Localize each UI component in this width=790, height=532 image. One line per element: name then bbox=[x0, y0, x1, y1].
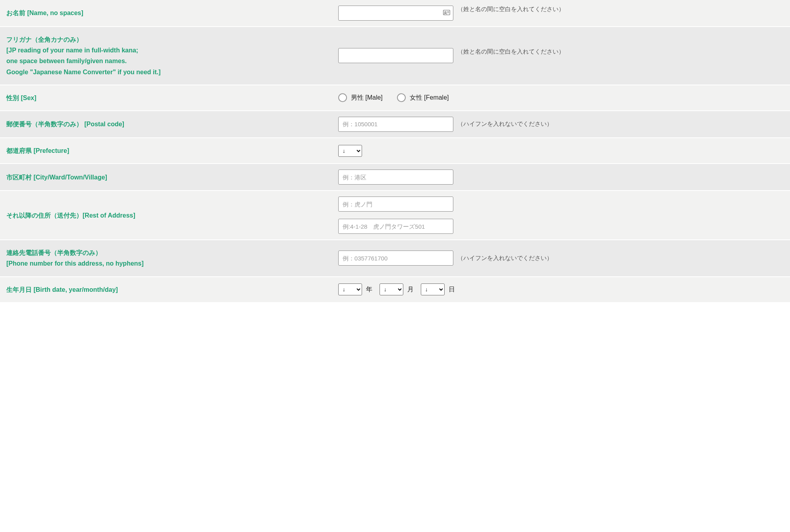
registration-form: お名前 [Name, no spaces] （姓と名の間に空白を入れてください）… bbox=[0, 0, 790, 303]
row-postal: 郵便番号（半角数字のみ） [Postal code] （ハイフンを入れないでくだ… bbox=[0, 111, 790, 138]
birth-day-select[interactable]: ↓ bbox=[421, 283, 445, 295]
field-prefecture: ↓ bbox=[332, 139, 790, 162]
row-furigana: フリガナ（全角カナのみ） [JP reading of your name in… bbox=[0, 27, 790, 85]
furigana-hint: （姓と名の間に空白を入れてください） bbox=[457, 48, 565, 56]
address-line2-input[interactable] bbox=[338, 219, 453, 234]
field-sex: 男性 [Male] 女性 [Female] bbox=[332, 88, 790, 108]
label-postal: 郵便番号（半角数字のみ） [Postal code] bbox=[0, 112, 332, 137]
field-birthdate: ↓ 年 ↓ 月 ↓ 日 bbox=[332, 278, 790, 301]
label-name: お名前 [Name, no spaces] bbox=[0, 0, 332, 25]
birth-year-select[interactable]: ↓ bbox=[338, 283, 362, 295]
furigana-input[interactable] bbox=[338, 48, 453, 63]
radio-male-label: 男性 [Male] bbox=[351, 94, 383, 102]
radio-female[interactable] bbox=[397, 93, 406, 102]
name-input[interactable] bbox=[338, 6, 453, 21]
field-name: （姓と名の間に空白を入れてください） bbox=[332, 0, 790, 26]
row-city: 市区町村 [City/Ward/Town/Village] bbox=[0, 164, 790, 191]
label-prefecture: 都道府県 [Prefecture] bbox=[0, 138, 332, 163]
address-line1-input[interactable] bbox=[338, 197, 453, 212]
birth-month-select[interactable]: ↓ bbox=[380, 283, 403, 295]
prefecture-select[interactable]: ↓ bbox=[338, 145, 362, 157]
label-rest-address: それ以降の住所（送付先）[Rest of Address] bbox=[0, 203, 332, 228]
phone-input[interactable] bbox=[338, 251, 453, 266]
row-name: お名前 [Name, no spaces] （姓と名の間に空白を入れてください） bbox=[0, 0, 790, 27]
year-suffix: 年 bbox=[366, 285, 372, 294]
radio-male[interactable] bbox=[338, 93, 347, 102]
row-birthdate: 生年月日 [Birth date, year/month/day] ↓ 年 ↓ … bbox=[0, 277, 790, 303]
label-phone: 連絡先電話番号（半角数字のみ） [Phone number for this a… bbox=[0, 240, 332, 276]
contact-card-icon bbox=[443, 10, 450, 17]
phone-hint: （ハイフンを入れないでください） bbox=[457, 254, 553, 262]
row-phone: 連絡先電話番号（半角数字のみ） [Phone number for this a… bbox=[0, 240, 790, 277]
label-birthdate: 生年月日 [Birth date, year/month/day] bbox=[0, 277, 332, 302]
postal-input[interactable] bbox=[338, 117, 453, 132]
row-prefecture: 都道府県 [Prefecture] ↓ bbox=[0, 138, 790, 164]
postal-hint: （ハイフンを入れないでください） bbox=[457, 120, 553, 128]
svg-point-1 bbox=[445, 12, 446, 13]
field-rest-address bbox=[332, 191, 790, 239]
label-sex: 性別 [Sex] bbox=[0, 85, 332, 110]
row-rest-address: それ以降の住所（送付先）[Rest of Address] bbox=[0, 191, 790, 240]
field-postal: （ハイフンを入れないでください） bbox=[332, 111, 790, 137]
label-city: 市区町村 [City/Ward/Town/Village] bbox=[0, 165, 332, 190]
name-hint: （姓と名の間に空白を入れてください） bbox=[457, 6, 565, 13]
row-sex: 性別 [Sex] 男性 [Male] 女性 [Female] bbox=[0, 85, 790, 111]
city-input[interactable] bbox=[338, 170, 453, 185]
label-furigana: フリガナ（全角カナのみ） [JP reading of your name in… bbox=[0, 27, 332, 85]
field-furigana: （姓と名の間に空白を入れてください） bbox=[332, 42, 790, 69]
radio-female-label: 女性 [Female] bbox=[410, 94, 449, 102]
field-phone: （ハイフンを入れないでください） bbox=[332, 245, 790, 271]
month-suffix: 月 bbox=[407, 285, 414, 294]
day-suffix: 日 bbox=[449, 285, 455, 294]
field-city bbox=[332, 164, 790, 190]
